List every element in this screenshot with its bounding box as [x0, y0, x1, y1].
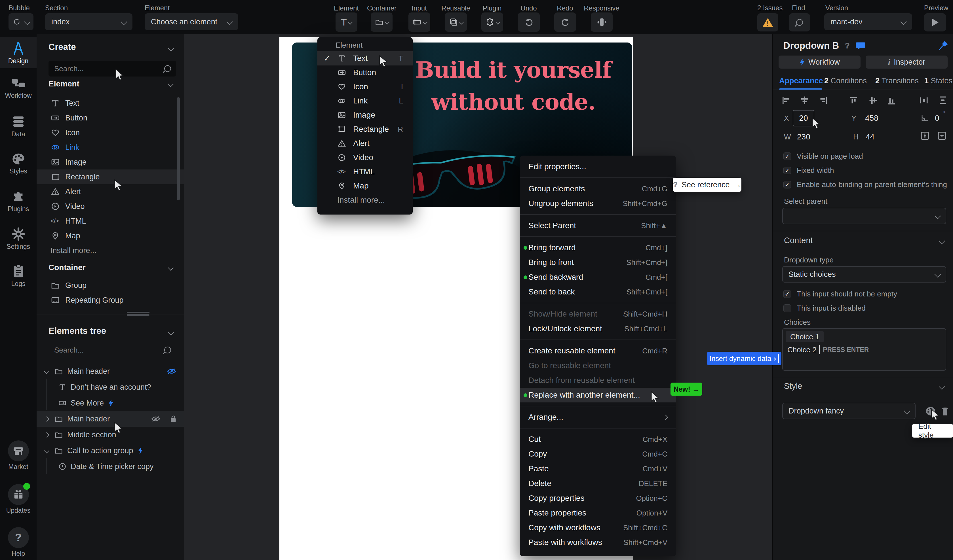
- ctx-paste-properties[interactable]: Paste propertiesOption+V: [520, 506, 676, 520]
- chevron-right-icon[interactable]: [43, 417, 50, 421]
- chevron-down-icon[interactable]: [939, 384, 945, 390]
- ctx-ungroup-elements[interactable]: Ungroup elementsShift+Cmd+G: [520, 196, 676, 211]
- fit-width-icon[interactable]: [936, 130, 947, 141]
- nav-plugins[interactable]: Plugins: [0, 190, 37, 213]
- create-item-icon[interactable]: Icon: [37, 125, 185, 140]
- create-item-video[interactable]: Video: [37, 199, 185, 214]
- tree-search-input[interactable]: [54, 345, 164, 355]
- choices-editor[interactable]: Choice 1 Choice 2 PRESS ENTER: [782, 328, 946, 371]
- nav-workflow[interactable]: Workflow: [0, 77, 37, 99]
- menu-item-alert[interactable]: Alert: [317, 136, 413, 150]
- choice-chip[interactable]: Choice 1: [786, 331, 824, 342]
- create-item-repeating-group[interactable]: Repeating Group: [37, 293, 185, 308]
- insert-plugin-button[interactable]: [481, 12, 503, 32]
- create-item-text[interactable]: Text: [37, 96, 185, 110]
- align-left-icon[interactable]: [781, 95, 791, 105]
- ctx-paste-with-workflows[interactable]: Paste with workflowsShift+Cmd+V: [520, 535, 676, 550]
- ctx-edit-properties[interactable]: Edit properties...: [520, 159, 676, 174]
- insert-reusable-button[interactable]: [445, 12, 467, 32]
- tree-search[interactable]: [48, 342, 176, 358]
- chevron-down-icon[interactable]: [43, 370, 50, 373]
- chevron-right-icon[interactable]: [43, 433, 50, 437]
- inspector-button[interactable]: i Inspector: [866, 56, 948, 69]
- align-center-h-icon[interactable]: [799, 95, 810, 105]
- tab-conditions[interactable]: 2 Conditions: [824, 76, 867, 85]
- workflow-button[interactable]: Workflow: [779, 56, 861, 69]
- bubble-menu-dropdown[interactable]: [8, 13, 33, 30]
- ctx-lock-unlock[interactable]: Lock/Unlock elementShift+Cmd+L: [520, 321, 676, 336]
- create-search-input[interactable]: [54, 64, 164, 73]
- ctx-delete[interactable]: DeleteDELETE: [520, 476, 676, 491]
- check-input-disabled[interactable]: This input is disabled: [784, 304, 866, 312]
- nav-updates[interactable]: Updates: [0, 484, 37, 514]
- ctx-bring-to-front[interactable]: Bring to frontShift+Cmd+]: [520, 255, 676, 270]
- install-more-link[interactable]: Install more...: [37, 243, 185, 258]
- create-item-map[interactable]: Map: [37, 228, 185, 243]
- menu-item-link[interactable]: Link L: [317, 94, 413, 108]
- create-search[interactable]: [48, 60, 176, 76]
- ctx-select-parent[interactable]: Select ParentShift+▲: [520, 218, 676, 233]
- create-item-link[interactable]: Link: [37, 140, 185, 155]
- ctx-send-to-back[interactable]: Send to backShift+Cmd+[: [520, 285, 676, 299]
- find-button[interactable]: [789, 13, 810, 31]
- undo-button[interactable]: [518, 12, 540, 32]
- x-input-box[interactable]: [793, 110, 814, 126]
- edit-style-palette-icon[interactable]: [925, 406, 936, 416]
- version-dropdown[interactable]: marc-dev: [824, 13, 912, 30]
- ctx-cut[interactable]: CutCmd+X: [520, 432, 676, 447]
- eye-hidden-icon[interactable]: [151, 415, 160, 422]
- h-value[interactable]: 44: [866, 132, 874, 141]
- tree-item-main-header-1[interactable]: Main header: [37, 364, 185, 379]
- style-dropdown[interactable]: Dropdown fancy: [782, 403, 916, 419]
- nav-market[interactable]: Market: [0, 441, 37, 471]
- panel-drag-handle[interactable]: [127, 312, 149, 313]
- insert-input-button[interactable]: [408, 12, 430, 32]
- fit-height-icon[interactable]: [920, 130, 930, 141]
- ctx-copy[interactable]: CopyCmd+C: [520, 447, 676, 461]
- check-fixed-width[interactable]: ✓ Fixed width: [784, 166, 834, 175]
- create-item-html[interactable]: </> HTML: [37, 214, 185, 228]
- see-reference-button[interactable]: ? See reference →: [673, 178, 741, 192]
- checkbox-checked[interactable]: ✓: [784, 290, 791, 298]
- chevron-down-icon[interactable]: [168, 81, 174, 87]
- nav-design[interactable]: Design: [0, 37, 37, 68]
- create-item-button[interactable]: Button: [37, 110, 185, 125]
- nav-settings[interactable]: Settings: [0, 227, 37, 251]
- element-dropdown[interactable]: Choose an element: [144, 13, 238, 30]
- menu-item-video[interactable]: Video: [317, 150, 413, 165]
- nav-data[interactable]: Data: [0, 114, 37, 138]
- tree-item-date-time-picker[interactable]: Date & Time picker copy: [37, 459, 185, 475]
- ctx-create-reusable[interactable]: Create reusable elementCmd+R: [520, 343, 676, 358]
- ctx-arrange[interactable]: Arrange...: [520, 410, 676, 425]
- select-parent-dropdown[interactable]: [782, 208, 946, 224]
- align-right-icon[interactable]: [818, 95, 829, 105]
- insert-container-button[interactable]: [371, 12, 393, 32]
- menu-item-rectangle[interactable]: Rectangle R: [317, 122, 413, 136]
- ctx-group-elements[interactable]: Group elementsCmd+G: [520, 181, 676, 196]
- chevron-down-icon[interactable]: [168, 265, 174, 271]
- responsive-button[interactable]: [591, 12, 613, 32]
- create-item-rectangle[interactable]: Rectangle: [37, 169, 185, 184]
- check-visible-on-load[interactable]: ✓ Visible on page load: [784, 152, 863, 161]
- tab-appearance[interactable]: Appearance: [779, 76, 823, 85]
- check-auto-binding[interactable]: ✓ Enable auto-binding on parent element’…: [784, 180, 947, 189]
- comment-icon[interactable]: [855, 41, 866, 50]
- align-middle-icon[interactable]: [868, 95, 878, 105]
- redo-button[interactable]: [554, 12, 576, 32]
- insert-element-button[interactable]: T: [335, 12, 357, 32]
- tree-item-see-more[interactable]: See More: [37, 395, 185, 411]
- menu-item-icon[interactable]: Icon I: [317, 80, 413, 94]
- tree-item-main-header-2[interactable]: Main header: [37, 411, 185, 427]
- menu-item-text[interactable]: ✓ Text T: [317, 51, 413, 65]
- panel-scrollbar[interactable]: [177, 97, 180, 200]
- w-value[interactable]: 230: [797, 132, 810, 141]
- checkbox-checked[interactable]: ✓: [784, 181, 791, 189]
- y-value[interactable]: 458: [865, 114, 878, 123]
- create-item-group[interactable]: Group: [37, 278, 185, 293]
- preview-button[interactable]: [924, 13, 946, 31]
- insert-dynamic-data-button[interactable]: Insert dynamic data ›: [707, 352, 781, 365]
- menu-item-map[interactable]: Map: [317, 179, 413, 193]
- delete-style-trash-icon[interactable]: [940, 407, 950, 416]
- ctx-replace-element[interactable]: Replace with another element...: [520, 388, 676, 402]
- menu-item-button[interactable]: Button: [317, 65, 413, 80]
